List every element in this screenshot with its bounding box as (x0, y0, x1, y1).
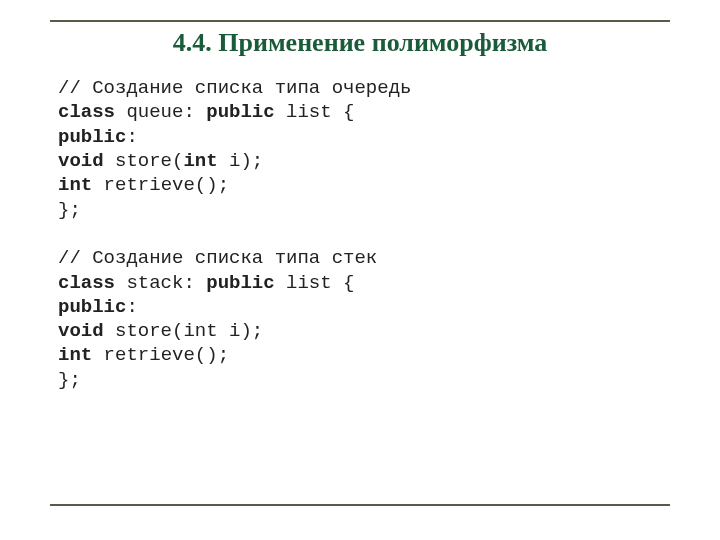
code-text: : (126, 296, 137, 318)
comment-line: // Создание списка типа стек (58, 247, 377, 269)
keyword-int: int (58, 174, 92, 196)
keyword-class: class (58, 272, 115, 294)
code-text: }; (58, 199, 81, 221)
code-text: retrieve(); (92, 344, 229, 366)
code-block: // Создание списка типа очередь class qu… (58, 76, 670, 392)
code-text: }; (58, 369, 81, 391)
keyword-public: public (58, 296, 126, 318)
keyword-int: int (183, 150, 217, 172)
keyword-public: public (58, 126, 126, 148)
comment-line: // Создание списка типа очередь (58, 77, 411, 99)
code-text: queue: (115, 101, 206, 123)
keyword-public: public (206, 272, 274, 294)
code-text: : (126, 126, 137, 148)
keyword-public: public (206, 101, 274, 123)
code-text: stack: (115, 272, 206, 294)
code-text: store(int i); (104, 320, 264, 342)
code-text: retrieve(); (92, 174, 229, 196)
code-text: list { (275, 101, 355, 123)
bottom-rule (50, 504, 670, 506)
slide: 4.4. Применение полиморфизма // Создание… (0, 0, 720, 540)
code-text: i); (218, 150, 264, 172)
top-rule (50, 20, 670, 22)
keyword-void: void (58, 150, 104, 172)
code-text: store( (104, 150, 184, 172)
keyword-void: void (58, 320, 104, 342)
code-text: list { (275, 272, 355, 294)
keyword-class: class (58, 101, 115, 123)
keyword-int: int (58, 344, 92, 366)
slide-title: 4.4. Применение полиморфизма (50, 28, 670, 58)
